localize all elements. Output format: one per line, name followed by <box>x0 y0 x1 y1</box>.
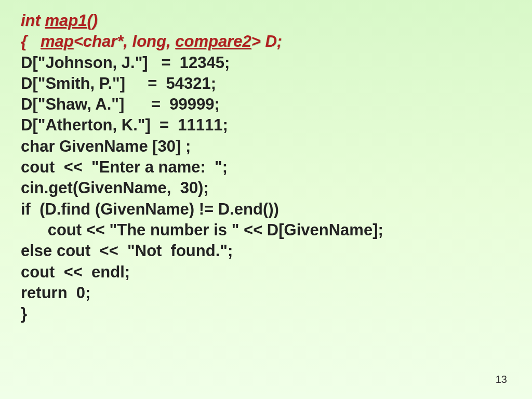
code-line: D["Shaw, A."] = 99999; <box>21 95 220 113</box>
parens: () <box>87 11 98 30</box>
code-line: else cout << "Not found."; <box>21 242 233 260</box>
code-line: cin.get(GivenName, 30); <box>21 179 209 197</box>
lt: < <box>74 32 83 50</box>
kw-map: map <box>41 32 74 50</box>
sp <box>27 32 41 50</box>
page-number: 13 <box>496 374 507 385</box>
code-line: D["Johnson, J."] = 12345; <box>21 54 230 72</box>
slide: int map1() { map<char*, long, compare2> … <box>0 0 532 399</box>
code-line: if (D.find (GivenName) != D.end()) <box>21 200 279 218</box>
gt: > <box>251 32 265 50</box>
code-line: cout << "Enter a name: "; <box>21 158 228 176</box>
code-line: } <box>21 304 27 323</box>
code-line: D["Smith, P."] = 54321; <box>21 74 216 92</box>
tpl-args: char*, long, <box>83 32 175 50</box>
brace-open: { <box>21 32 27 50</box>
code-line: cout << endl; <box>21 263 130 281</box>
code-line: char GivenName [30] ; <box>21 137 191 155</box>
code-line: cout << "The number is " << D[GivenName]… <box>21 221 383 239</box>
fn-map1: map1 <box>45 11 87 30</box>
code-line: D["Atherton, K."] = 11111; <box>21 116 228 134</box>
sp <box>41 11 45 30</box>
compare2: compare2 <box>175 32 251 50</box>
var-d: D; <box>265 32 282 50</box>
code-line: return 0; <box>21 284 90 302</box>
kw-int: int <box>21 11 41 30</box>
code-block: int map1() { map<char*, long, compare2> … <box>21 10 516 324</box>
